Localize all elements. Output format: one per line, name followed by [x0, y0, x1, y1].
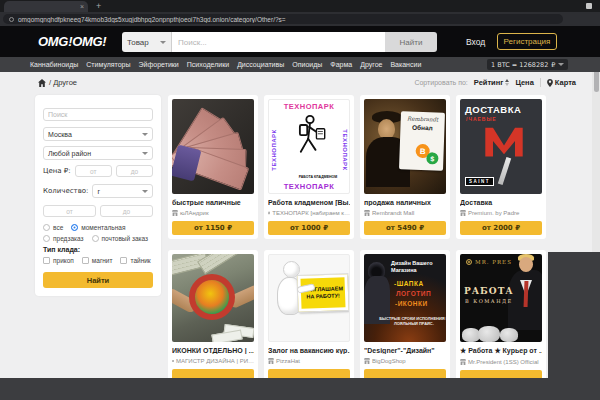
- filter-search-input[interactable]: [43, 108, 153, 121]
- nav-item-euphoretics[interactable]: Эйфоретики: [139, 61, 179, 68]
- product-image[interactable]: ДОСТАВКА /ЧАЕВЫЕ SAINT: [460, 99, 542, 194]
- price-from-input[interactable]: [75, 165, 112, 177]
- product-title[interactable]: Работа кладменом [Вы…: [268, 199, 350, 206]
- nav-item-opioids[interactable]: Опиоиды: [292, 61, 322, 68]
- image-text: ТЕХНОПАРК: [269, 182, 349, 191]
- map-button[interactable]: Карта: [547, 78, 576, 87]
- checkbox-magnet[interactable]: магнит: [82, 257, 113, 264]
- product-title[interactable]: продажа наличных: [364, 199, 446, 206]
- radio-all[interactable]: все: [43, 224, 63, 231]
- store-icon: [460, 359, 466, 365]
- product-card[interactable]: ДОСТАВКА /ЧАЕВЫЕ SAINT Доставка Premium.…: [456, 95, 546, 239]
- image-text: Дизайн Вашего Магазина: [391, 260, 443, 274]
- search-category-label: Товар: [127, 38, 149, 47]
- quantity-label: Количество:: [43, 187, 88, 195]
- overlay-card: Rembrandt Обнал B $: [399, 111, 445, 171]
- url-field[interactable]: omgomgnghdfpkneeg74kmob3dgs5xugjdbhpq2on…: [3, 14, 563, 24]
- breadcrumb: / Другое: [38, 78, 77, 87]
- product-title[interactable]: "Designer"-"Дизайн": [364, 347, 446, 354]
- apply-filters-button[interactable]: Найти: [43, 272, 153, 288]
- checkbox-prikop[interactable]: прикоп: [43, 257, 74, 264]
- product-image[interactable]: ТЕХНОПАРК ТЕХНОПАРК ТЕХНОПАРК РАБОТА КЛА…: [268, 99, 350, 194]
- btc-rate-selector[interactable]: 1 BTC = 1268282 ₽: [487, 59, 568, 70]
- product-vendor[interactable]: МАГИСТР ДИЗАЙНА | РИ…: [172, 358, 254, 364]
- quantity-from-input[interactable]: [43, 205, 96, 217]
- product-card[interactable]: Rembrandt Обнал B $ продажа наличных Rem…: [360, 95, 450, 239]
- product-title[interactable]: Доставка: [460, 199, 542, 206]
- image-text: ТЕХНОПАРК: [269, 102, 349, 111]
- product-image[interactable]: [172, 254, 254, 342]
- product-title[interactable]: Залог на вакансию кур…: [268, 347, 350, 354]
- login-link[interactable]: Вход: [466, 37, 485, 47]
- product-vendor[interactable]: Rembrandt Mall: [364, 210, 446, 216]
- search-button[interactable]: Найти: [385, 32, 437, 52]
- product-title[interactable]: ★ Работа ★ Курьер от …: [460, 347, 542, 355]
- search-input[interactable]: [172, 32, 385, 52]
- search-category-select[interactable]: Товар: [122, 32, 172, 52]
- price-to-input[interactable]: [116, 165, 153, 177]
- product-image[interactable]: Дизайн Вашего Магазина -ШАПКА ЛОГОТИП -И…: [364, 254, 446, 342]
- money-sack: [500, 328, 518, 342]
- product-card[interactable]: быстрые наличные юЛАндрик от 1150 ₽: [168, 95, 258, 239]
- product-image[interactable]: Rembrandt Обнал B $: [364, 99, 446, 194]
- divider: [540, 78, 541, 87]
- product-title[interactable]: ИКОНКИ ОТДЕЛЬНО | …: [172, 347, 254, 354]
- price-button[interactable]: от 2000 ₽: [460, 221, 542, 235]
- city-select[interactable]: Москва: [43, 127, 153, 141]
- nav-item-vacancies[interactable]: Вакансии: [390, 61, 421, 68]
- nav-item-stimulants[interactable]: Стимуляторы: [86, 61, 130, 68]
- product-card[interactable]: ИКОНКИ ОТДЕЛЬНО | … МАГИСТР ДИЗАЙНА | РИ…: [168, 250, 258, 391]
- url-text: omgomgnghdfpkneeg74kmob3dgs5xugjdbhpq2on…: [18, 16, 286, 23]
- courier-figure-icon: [290, 114, 330, 160]
- product-card[interactable]: MR. PRES РАБОТА В КОМАНДЕ ★ Работа ★ Кур…: [456, 250, 546, 392]
- price-label: Цена ₽:: [43, 167, 71, 175]
- register-button[interactable]: Регистрация: [497, 33, 557, 50]
- product-title[interactable]: быстрые наличные: [172, 199, 254, 206]
- product-vendor[interactable]: юЛАндрик: [172, 210, 254, 216]
- unit-select[interactable]: г: [92, 184, 153, 198]
- breadcrumb-path[interactable]: / Другое: [49, 78, 77, 87]
- image-text: MR. PRES: [475, 259, 512, 265]
- nav-item-other[interactable]: Другое: [360, 61, 382, 68]
- product-image[interactable]: ПРИГЛАШАЕМ НА РАБОТУ!: [268, 254, 350, 342]
- site-logo[interactable]: OMG!OMG!: [38, 34, 106, 49]
- price-button[interactable]: от 1000 ₽: [268, 221, 350, 235]
- paper: [211, 329, 242, 342]
- district-select[interactable]: Любой район: [43, 146, 153, 160]
- new-tab-icon[interactable]: +: [96, 0, 101, 12]
- sort-by-rating[interactable]: Рейтинг: [474, 78, 510, 87]
- sort-controls: Сортировать по: Рейтинг Цена Карта: [414, 78, 576, 87]
- price-button[interactable]: от 1150 ₽: [172, 221, 254, 235]
- radio-checked-icon: [71, 224, 78, 231]
- checkbox-tainik[interactable]: тайник: [120, 257, 150, 264]
- product-card[interactable]: ПРИГЛАШАЕМ НА РАБОТУ! Залог на вакансию …: [264, 250, 354, 391]
- product-image[interactable]: MR. PRES РАБОТА В КОМАНДЕ: [460, 254, 542, 342]
- map-pin-icon: [547, 79, 553, 87]
- radio-instant[interactable]: моментальная: [71, 224, 125, 231]
- image-text: -ШАПКА: [394, 280, 424, 287]
- nav-item-psychedelics[interactable]: Психоделики: [187, 61, 229, 68]
- nav-item-cannabinoids[interactable]: Каннабиноиды: [30, 61, 78, 68]
- home-icon[interactable]: [38, 79, 46, 87]
- product-image[interactable]: [172, 99, 254, 194]
- nav-item-pharma[interactable]: Фарма: [330, 61, 352, 68]
- browser-tab[interactable]: ×: [4, 1, 88, 12]
- radio-postal[interactable]: почтовый заказ: [92, 235, 149, 242]
- site-info-icon[interactable]: [9, 17, 14, 22]
- product-card[interactable]: ТЕХНОПАРК ТЕХНОПАРК ТЕХНОПАРК РАБОТА КЛА…: [264, 95, 354, 239]
- product-vendor[interactable]: PizzaHat: [268, 358, 350, 364]
- product-vendor[interactable]: ТЕХНОПАРК [набираем к…: [268, 210, 350, 216]
- tab-close-icon[interactable]: ×: [80, 2, 84, 11]
- sort-by-price[interactable]: Цена: [515, 78, 533, 87]
- nav-item-dissociatives[interactable]: Диссоциативы: [237, 61, 284, 68]
- product-vendor[interactable]: BigDogShop: [364, 358, 446, 364]
- quantity-to-input[interactable]: [100, 205, 153, 217]
- price-button[interactable]: от 5490 ₽: [364, 221, 446, 235]
- product-card[interactable]: Дизайн Вашего Магазина -ШАПКА ЛОГОТИП -И…: [360, 250, 450, 391]
- product-vendor[interactable]: Premium. by Padre: [460, 210, 542, 216]
- radio-preorder[interactable]: предзаказ: [43, 235, 84, 242]
- browser-extension-icon[interactable]: [586, 3, 592, 9]
- currency-symbol: ₽: [551, 61, 555, 69]
- product-vendor[interactable]: Mr.President (1SS) Official: [460, 359, 542, 365]
- radio-icon: [43, 224, 50, 231]
